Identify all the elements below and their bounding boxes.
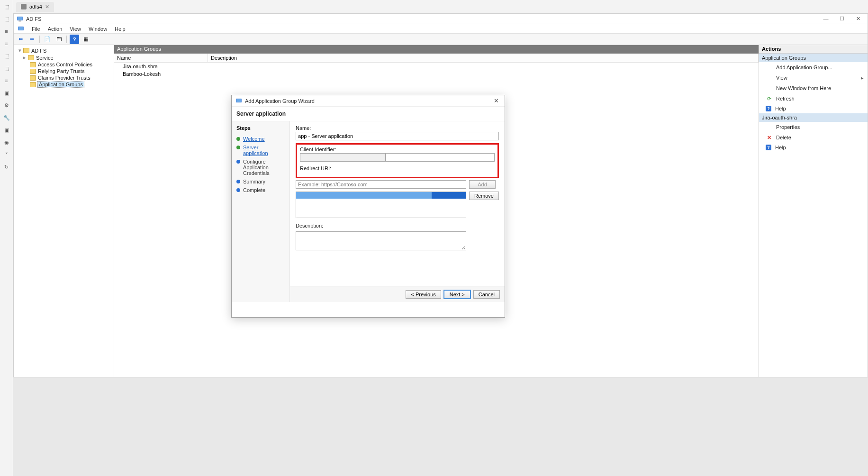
client-id-label: Client Identifier: bbox=[300, 146, 495, 152]
column-name[interactable]: Name bbox=[114, 54, 208, 62]
tab-label: adfs4 bbox=[29, 4, 42, 9]
svg-rect-1 bbox=[18, 20, 21, 21]
uri-list-item[interactable] bbox=[296, 192, 466, 199]
rail-icon[interactable]: ▣ bbox=[3, 89, 10, 97]
maximize-button[interactable]: ☐ bbox=[835, 16, 849, 22]
rail-icon[interactable]: ≡ bbox=[3, 27, 10, 35]
tab-close-icon[interactable]: ✕ bbox=[45, 4, 49, 10]
help-toolbar-icon[interactable]: ? bbox=[70, 35, 79, 44]
action-view[interactable]: View▸ bbox=[759, 73, 868, 83]
step-dot-icon bbox=[236, 188, 240, 192]
forward-icon[interactable]: ➡ bbox=[27, 35, 36, 44]
action-add-group[interactable]: Add Application Group... bbox=[759, 62, 868, 73]
menu-action[interactable]: Action bbox=[48, 26, 63, 32]
redirect-uri-input[interactable] bbox=[296, 180, 466, 189]
action-new-window[interactable]: New Window from Here bbox=[759, 83, 868, 93]
tree-root[interactable]: ▾ AD FS bbox=[14, 47, 114, 54]
rail-icon[interactable]: ≡ bbox=[3, 77, 10, 84]
svg-rect-0 bbox=[18, 17, 23, 20]
tree-item-acp[interactable]: Access Control Policies bbox=[14, 61, 114, 68]
adfs-icon bbox=[18, 26, 24, 32]
tree-item-appgroups[interactable]: Application Groups bbox=[14, 81, 114, 88]
wizard-steps: Steps Welcome Server application Configu… bbox=[232, 121, 290, 302]
rail-icon[interactable]: 🔧 bbox=[3, 114, 10, 121]
action-properties[interactable]: Properties bbox=[759, 122, 868, 132]
back-icon[interactable]: ⬅ bbox=[16, 35, 25, 44]
tree-item-rpt[interactable]: Relying Party Trusts bbox=[14, 68, 114, 74]
up-icon[interactable]: 📄 bbox=[43, 35, 52, 44]
rail-icon[interactable]: ▣ bbox=[3, 126, 10, 134]
cell-desc bbox=[208, 71, 214, 77]
folder-icon bbox=[23, 48, 29, 53]
table-row[interactable]: Jira-oauth-shra bbox=[114, 63, 759, 70]
wizard-titlebar: Add Application Group Wizard ✕ bbox=[232, 95, 505, 107]
name-label: Name: bbox=[296, 125, 499, 131]
rail-icon[interactable]: ⬚ bbox=[3, 64, 10, 72]
folder-icon bbox=[30, 62, 36, 67]
window-icon[interactable]: 🗔 bbox=[54, 35, 63, 44]
actions-pane: Actions Application Groups Add Applicati… bbox=[759, 45, 868, 377]
column-description[interactable]: Description bbox=[208, 54, 759, 62]
browser-tab[interactable]: adfs4 ✕ bbox=[16, 2, 54, 12]
menu-help[interactable]: Help bbox=[115, 26, 126, 32]
remove-uri-button[interactable]: Remove bbox=[469, 192, 499, 200]
step-complete: Complete bbox=[236, 186, 285, 194]
tree-pane: ▾ AD FS ▸ Service Access Control Policie… bbox=[14, 45, 114, 377]
action-label: View bbox=[776, 75, 787, 81]
folder-icon bbox=[30, 69, 36, 74]
table-row[interactable]: Bamboo-Lokesh bbox=[114, 70, 759, 78]
wizard-close-button[interactable]: ✕ bbox=[492, 97, 501, 104]
action-label: Help bbox=[775, 145, 786, 150]
cancel-button[interactable]: Cancel bbox=[473, 290, 500, 299]
tree-item-service[interactable]: ▸ Service bbox=[14, 54, 114, 61]
add-app-group-wizard: Add Application Group Wizard ✕ Server ap… bbox=[231, 95, 505, 318]
wizard-footer: < Previous Next > Cancel bbox=[290, 286, 505, 302]
previous-button[interactable]: < Previous bbox=[406, 290, 441, 299]
menu-view[interactable]: View bbox=[70, 26, 81, 32]
expand-icon[interactable]: ▸ bbox=[23, 55, 26, 61]
redirect-uri-list[interactable] bbox=[296, 192, 466, 218]
next-button[interactable]: Next > bbox=[444, 290, 470, 299]
close-button[interactable]: ✕ bbox=[851, 16, 865, 22]
rail-icon[interactable]: ≡ bbox=[3, 40, 10, 47]
rail-icon[interactable]: ⬚ bbox=[3, 15, 10, 23]
menu-window[interactable]: Window bbox=[89, 26, 107, 32]
help-icon: ? bbox=[766, 106, 771, 111]
action-label: Add Application Group... bbox=[776, 64, 832, 70]
minimize-button[interactable]: — bbox=[819, 16, 832, 22]
step-dot-icon bbox=[236, 146, 240, 149]
rail-icon[interactable]: ⬚ bbox=[3, 3, 10, 10]
step-label: Configure Application Credentials bbox=[243, 159, 285, 176]
action-help[interactable]: ?Help bbox=[759, 104, 868, 113]
rail-icon[interactable]: ⬚ bbox=[3, 52, 10, 60]
description-input[interactable] bbox=[296, 231, 466, 250]
step-dot-icon bbox=[236, 180, 240, 183]
tree-item-cpt[interactable]: Claims Provider Trusts bbox=[14, 74, 114, 81]
redirect-uri-label: Redirect URI: bbox=[300, 165, 495, 171]
action-label: Delete bbox=[776, 135, 791, 140]
client-id-input-left[interactable] bbox=[300, 153, 386, 162]
client-id-input-right[interactable] bbox=[386, 153, 495, 162]
rail-icon[interactable]: ⚙ bbox=[3, 101, 10, 109]
separator bbox=[39, 36, 40, 43]
action-delete[interactable]: ✕Delete bbox=[759, 132, 868, 143]
expand-icon[interactable]: ▾ bbox=[18, 47, 21, 54]
action-refresh[interactable]: ⟳Refresh bbox=[759, 93, 868, 104]
action-label: Help bbox=[775, 106, 786, 111]
rail-icon[interactable]: ↻ bbox=[3, 163, 10, 171]
name-input[interactable] bbox=[296, 132, 499, 140]
add-uri-button[interactable]: Add bbox=[469, 180, 496, 189]
client-id-highlight: Client Identifier: Redirect URI: bbox=[296, 143, 499, 178]
menu-file[interactable]: File bbox=[32, 26, 40, 32]
rail-icon[interactable]: ◉ bbox=[3, 138, 10, 146]
grid-icon[interactable]: ▦ bbox=[81, 35, 90, 44]
rail-icon[interactable]: ˅ bbox=[3, 151, 10, 158]
ide-left-rail: ⬚ ⬚ ≡ ≡ ⬚ ⬚ ≡ ▣ ⚙ 🔧 ▣ ◉ ˅ ↻ bbox=[0, 0, 13, 476]
separator bbox=[66, 36, 67, 43]
svg-rect-3 bbox=[236, 99, 242, 102]
action-help[interactable]: ?Help bbox=[759, 143, 868, 152]
step-welcome[interactable]: Welcome bbox=[236, 135, 285, 143]
mmc-menubar: File Action View Window Help bbox=[14, 24, 868, 34]
folder-icon bbox=[30, 82, 36, 87]
step-server-app[interactable]: Server application bbox=[236, 143, 285, 157]
